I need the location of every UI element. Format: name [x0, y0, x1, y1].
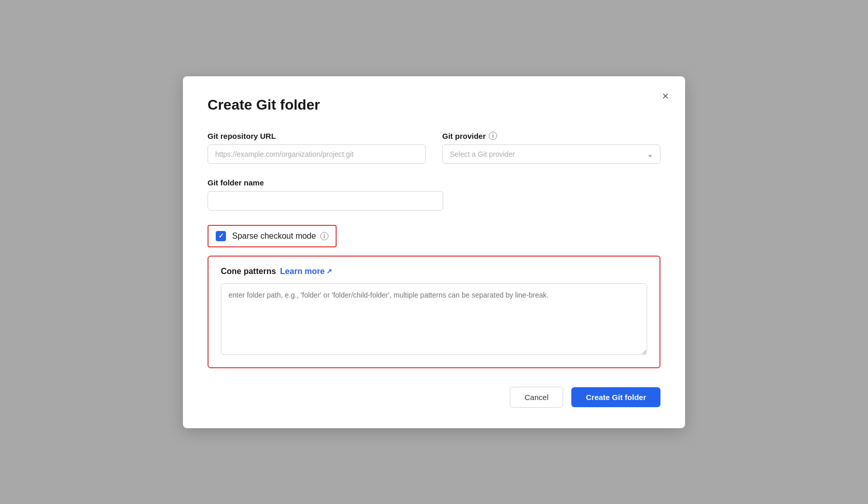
git-url-group: Git repository URL: [208, 132, 426, 164]
sparse-checkout-info-icon: i: [320, 232, 328, 240]
folder-name-group: Git folder name: [208, 178, 660, 211]
git-url-input[interactable]: [208, 144, 426, 164]
cone-patterns-section: Cone patterns Learn more ↗: [208, 256, 660, 368]
git-provider-select-wrapper: Select a Git provider ⌄: [442, 144, 660, 164]
folder-name-input[interactable]: [208, 191, 443, 211]
learn-more-link[interactable]: Learn more ↗: [280, 267, 332, 276]
git-provider-info-icon: i: [489, 132, 497, 140]
close-button[interactable]: ×: [660, 89, 671, 104]
modal-overlay: × Create Git folder Git repository URL G…: [0, 0, 868, 504]
sparse-checkout-checkbox[interactable]: ✓: [216, 231, 226, 241]
cone-patterns-textarea[interactable]: [221, 283, 647, 355]
git-provider-select[interactable]: Select a Git provider: [442, 144, 660, 164]
modal-footer: Cancel Create Git folder: [208, 387, 660, 408]
create-git-folder-button[interactable]: Create Git folder: [571, 387, 660, 407]
folder-name-label: Git folder name: [208, 178, 660, 187]
cone-patterns-label: Cone patterns Learn more ↗: [221, 267, 647, 276]
sparse-checkout-highlight-box: ✓ Sparse checkout mode i: [208, 225, 337, 247]
modal-title: Create Git folder: [208, 97, 660, 113]
folder-name-row: Git folder name: [208, 178, 660, 211]
url-provider-row: Git repository URL Git provider i Select…: [208, 132, 660, 164]
git-provider-group: Git provider i Select a Git provider ⌄: [442, 132, 660, 164]
sparse-checkout-section: ✓ Sparse checkout mode i: [208, 225, 660, 247]
external-link-icon: ↗: [326, 267, 332, 275]
create-git-folder-modal: × Create Git folder Git repository URL G…: [183, 76, 685, 428]
sparse-checkout-label: Sparse checkout mode i: [232, 232, 328, 241]
git-provider-label: Git provider i: [442, 132, 660, 140]
cancel-button[interactable]: Cancel: [510, 387, 564, 408]
git-url-label: Git repository URL: [208, 132, 426, 140]
checkmark-icon: ✓: [218, 232, 224, 240]
